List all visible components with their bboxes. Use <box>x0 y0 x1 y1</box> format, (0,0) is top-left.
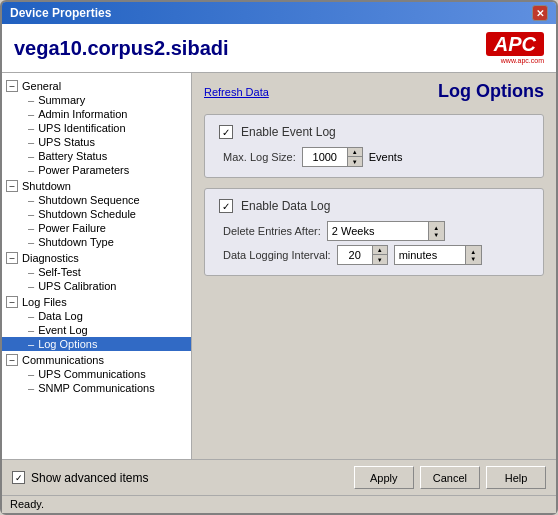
data-log-title-row: Enable Data Log <box>219 199 529 213</box>
delete-entries-select[interactable]: 2 Weeks 1 Week 1 Month <box>328 222 428 240</box>
delete-entries-arrow[interactable]: ▲ ▼ <box>428 222 444 240</box>
tree-group-log-files: – Log Files Data Log Event Log Log Optio… <box>2 295 191 351</box>
delete-entries-label: Delete Entries After: <box>223 225 321 237</box>
sidebar-item-admin-information[interactable]: Admin Information <box>2 107 191 121</box>
sidebar-item-ups-status[interactable]: UPS Status <box>2 135 191 149</box>
expand-communications[interactable]: – <box>6 354 18 366</box>
footer: Show advanced items Apply Cancel Help <box>2 459 556 495</box>
data-log-checkbox[interactable] <box>219 199 233 213</box>
max-log-units: Events <box>369 151 403 163</box>
logo-wrapper: APC www.apc.com <box>486 32 544 64</box>
logging-interval-input[interactable] <box>338 246 372 264</box>
event-log-checkbox[interactable] <box>219 125 233 139</box>
sidebar-item-ups-calibration[interactable]: UPS Calibration <box>2 279 191 293</box>
sidebar-item-general[interactable]: – General <box>2 79 191 93</box>
max-log-spinner-btns: ▲ ▼ <box>347 148 362 166</box>
page-title: Log Options <box>438 81 544 102</box>
expand-shutdown[interactable]: – <box>6 180 18 192</box>
tree-group-general: – General Summary Admin Information UPS … <box>2 79 191 177</box>
sidebar-item-log-options[interactable]: Log Options <box>2 337 191 351</box>
communications-label: Communications <box>22 354 104 366</box>
event-log-label: Enable Event Log <box>241 125 336 139</box>
shutdown-label: Shutdown <box>22 180 71 192</box>
tree-group-diagnostics: – Diagnostics Self-Test UPS Calibration <box>2 251 191 293</box>
footer-buttons: Apply Cancel Help <box>354 466 546 489</box>
event-log-panel: Enable Event Log Max. Log Size: ▲ ▼ Even… <box>204 114 544 178</box>
cancel-button[interactable]: Cancel <box>420 466 480 489</box>
sidebar: – General Summary Admin Information UPS … <box>2 73 192 459</box>
data-log-panel: Enable Data Log Delete Entries After: 2 … <box>204 188 544 276</box>
delete-entries-select-wrapper: 2 Weeks 1 Week 1 Month ▲ ▼ <box>327 221 445 241</box>
main-area: – General Summary Admin Information UPS … <box>2 73 556 459</box>
interval-down-btn[interactable]: ▼ <box>373 255 387 264</box>
max-log-label: Max. Log Size: <box>223 151 296 163</box>
logging-interval-row: Data Logging Interval: ▲ ▼ minutes hours <box>219 245 529 265</box>
sidebar-item-self-test[interactable]: Self-Test <box>2 265 191 279</box>
interval-units-select[interactable]: minutes hours <box>395 246 465 264</box>
logging-interval-spinner[interactable]: ▲ ▼ <box>337 245 388 265</box>
interval-up-btn[interactable]: ▲ <box>373 246 387 255</box>
log-files-label: Log Files <box>22 296 67 308</box>
sidebar-item-event-log[interactable]: Event Log <box>2 323 191 337</box>
expand-log-files[interactable]: – <box>6 296 18 308</box>
apply-button[interactable]: Apply <box>354 466 414 489</box>
logging-interval-label: Data Logging Interval: <box>223 249 331 261</box>
sidebar-item-diagnostics[interactable]: – Diagnostics <box>2 251 191 265</box>
show-advanced-label: Show advanced items <box>31 471 148 485</box>
sidebar-item-shutdown-type[interactable]: Shutdown Type <box>2 235 191 249</box>
sidebar-item-shutdown[interactable]: – Shutdown <box>2 179 191 193</box>
content-area: Refresh Data Log Options Enable Event Lo… <box>192 73 556 459</box>
interval-units-arrow[interactable]: ▲ ▼ <box>465 246 481 264</box>
main-window: Device Properties ✕ vega10.corpus2.sibad… <box>0 0 558 515</box>
sidebar-item-shutdown-sequence[interactable]: Shutdown Sequence <box>2 193 191 207</box>
sidebar-item-power-parameters[interactable]: Power Parameters <box>2 163 191 177</box>
sidebar-item-ups-identification[interactable]: UPS Identification <box>2 121 191 135</box>
sidebar-item-ups-communications[interactable]: UPS Communications <box>2 367 191 381</box>
sidebar-item-power-failure[interactable]: Power Failure <box>2 221 191 235</box>
status-text: Ready. <box>10 498 44 510</box>
status-bar: Ready. <box>2 495 556 513</box>
device-name: vega10.corpus2.sibadi <box>14 37 229 60</box>
close-button[interactable]: ✕ <box>532 5 548 21</box>
sidebar-item-shutdown-schedule[interactable]: Shutdown Schedule <box>2 207 191 221</box>
expand-diagnostics[interactable]: – <box>6 252 18 264</box>
data-log-label: Enable Data Log <box>241 199 330 213</box>
tree-group-shutdown: – Shutdown Shutdown Sequence Shutdown Sc… <box>2 179 191 249</box>
show-advanced-checkbox[interactable] <box>12 471 25 484</box>
sidebar-item-snmp-communications[interactable]: SNMP Communications <box>2 381 191 395</box>
help-button[interactable]: Help <box>486 466 546 489</box>
apc-logo-sub: www.apc.com <box>501 57 544 64</box>
max-log-input[interactable] <box>303 148 347 166</box>
max-log-row: Max. Log Size: ▲ ▼ Events <box>219 147 529 167</box>
tree-group-communications: – Communications UPS Communications SNMP… <box>2 353 191 395</box>
sidebar-item-communications[interactable]: – Communications <box>2 353 191 367</box>
apc-logo: APC <box>486 32 544 56</box>
title-bar-text: Device Properties <box>10 6 111 20</box>
header-area: vega10.corpus2.sibadi APC www.apc.com <box>2 24 556 73</box>
general-label: General <box>22 80 61 92</box>
logging-interval-btns: ▲ ▼ <box>372 246 387 264</box>
sidebar-item-log-files[interactable]: – Log Files <box>2 295 191 309</box>
sidebar-item-data-log[interactable]: Data Log <box>2 309 191 323</box>
diagnostics-label: Diagnostics <box>22 252 79 264</box>
refresh-link[interactable]: Refresh Data <box>204 86 269 98</box>
max-log-spinner[interactable]: ▲ ▼ <box>302 147 363 167</box>
interval-units-select-wrapper: minutes hours ▲ ▼ <box>394 245 482 265</box>
content-header: Refresh Data Log Options <box>204 81 544 102</box>
expand-general[interactable]: – <box>6 80 18 92</box>
max-log-up-btn[interactable]: ▲ <box>348 148 362 157</box>
max-log-down-btn[interactable]: ▼ <box>348 157 362 166</box>
show-advanced-area: Show advanced items <box>12 471 148 485</box>
sidebar-item-battery-status[interactable]: Battery Status <box>2 149 191 163</box>
title-bar: Device Properties ✕ <box>2 2 556 24</box>
event-log-title-row: Enable Event Log <box>219 125 529 139</box>
delete-entries-row: Delete Entries After: 2 Weeks 1 Week 1 M… <box>219 221 529 241</box>
sidebar-item-summary[interactable]: Summary <box>2 93 191 107</box>
